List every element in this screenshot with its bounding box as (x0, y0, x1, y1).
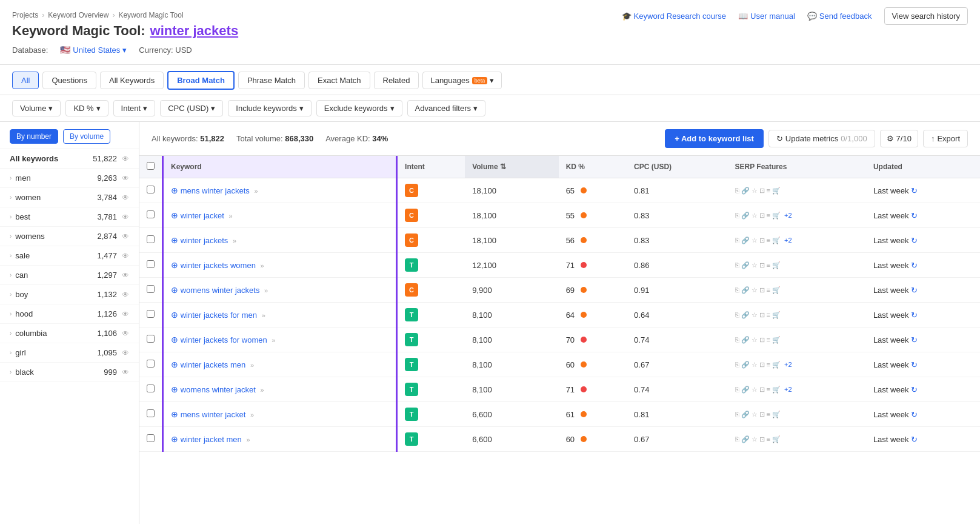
serp-icon-1[interactable]: ⎘ (735, 311, 739, 318)
settings-button[interactable]: ⚙ 7/10 (880, 130, 918, 147)
view-history-button[interactable]: View search history (884, 7, 968, 25)
tab-broad-match[interactable]: Broad Match (167, 71, 235, 90)
arrow-icon[interactable]: » (254, 187, 258, 195)
serp-icon-4[interactable]: ⊡ (759, 435, 765, 443)
eye-icon[interactable]: 👁 (122, 329, 129, 338)
update-metrics-button[interactable]: ↻ Update metrics 0/1,000 (768, 130, 875, 147)
serp-icon-6[interactable]: 🛒 (772, 212, 781, 220)
sidebar-item-black[interactable]: › black 999 👁 (0, 363, 139, 382)
row-checkbox[interactable] (147, 285, 155, 293)
intent-filter[interactable]: Intent ▾ (113, 100, 156, 116)
serp-icon-5[interactable]: ≡ (767, 212, 770, 219)
breadcrumb-projects[interactable]: Projects (12, 11, 38, 19)
refresh-icon[interactable]: ↻ (911, 186, 918, 195)
serp-icon-2[interactable]: 🔗 (741, 361, 750, 369)
refresh-icon[interactable]: ↻ (911, 311, 918, 320)
sidebar-item-women[interactable]: › women 3,784 👁 (0, 188, 139, 207)
intent-col-header[interactable]: Intent (397, 156, 465, 178)
arrow-icon[interactable]: » (272, 337, 275, 344)
user-manual-link[interactable]: 📖 User manual (738, 12, 795, 21)
serp-icon-4[interactable]: ⊡ (759, 311, 765, 319)
serp-icon-5[interactable]: ≡ (767, 237, 770, 244)
serp-icon-4[interactable]: ⊡ (759, 261, 765, 269)
kd-filter[interactable]: KD % ▾ (65, 100, 108, 116)
serp-icon-2[interactable]: 🔗 (741, 212, 750, 220)
add-keyword-icon[interactable]: ⊕ (171, 385, 178, 394)
eye-icon[interactable]: 👁 (122, 271, 129, 280)
serp-icon-3[interactable]: ☆ (752, 361, 758, 369)
serp-icon-1[interactable]: ⎘ (735, 237, 739, 244)
add-keyword-icon[interactable]: ⊕ (171, 260, 178, 270)
serp-icon-5[interactable]: ≡ (767, 311, 770, 318)
arrow-icon[interactable]: » (246, 436, 250, 443)
serp-icon-6[interactable]: 🛒 (772, 261, 781, 269)
serp-icon-4[interactable]: ⊡ (759, 411, 765, 418)
eye-icon[interactable]: 👁 (122, 252, 129, 260)
database-selector[interactable]: 🇺🇸 United States ▾ (60, 45, 127, 55)
sort-by-volume-button[interactable]: By volume (63, 129, 110, 144)
select-all-checkbox[interactable] (147, 162, 155, 170)
eye-icon[interactable]: 👁 (122, 368, 129, 377)
row-checkbox[interactable] (147, 434, 155, 442)
keyword-link[interactable]: mens winter jacket (181, 410, 246, 419)
add-keyword-icon[interactable]: ⊕ (171, 360, 178, 369)
serp-icon-1[interactable]: ⎘ (735, 212, 739, 219)
eye-icon[interactable]: 👁 (122, 174, 129, 183)
arrow-icon[interactable]: » (250, 411, 254, 418)
keyword-link[interactable]: womens winter jacket (181, 385, 256, 394)
refresh-icon[interactable]: ↻ (911, 236, 918, 245)
serp-icon-4[interactable]: ⊡ (759, 386, 765, 394)
serp-icon-6[interactable]: 🛒 (772, 411, 781, 418)
breadcrumb-keyword-overview[interactable]: Keyword Overview (48, 11, 108, 19)
serp-icon-2[interactable]: 🔗 (741, 237, 750, 244)
serp-icon-1[interactable]: ⎘ (735, 411, 739, 418)
tab-phrase-match[interactable]: Phrase Match (238, 72, 305, 89)
tab-questions[interactable]: Questions (42, 72, 96, 89)
serp-icon-2[interactable]: 🔗 (741, 286, 750, 294)
serp-icon-3[interactable]: ☆ (752, 386, 758, 394)
keyword-link[interactable]: winter jackets for men (181, 311, 257, 320)
sidebar-item-sale[interactable]: › sale 1,477 👁 (0, 246, 139, 266)
include-keywords-filter[interactable]: Include keywords ▾ (228, 100, 311, 116)
refresh-icon[interactable]: ↻ (911, 335, 918, 344)
languages-dropdown[interactable]: Languages beta ▾ (422, 72, 502, 89)
keyword-link[interactable]: winter jackets women (181, 261, 256, 270)
serp-icon-4[interactable]: ⊡ (759, 187, 765, 195)
serp-icon-6[interactable]: 🛒 (772, 361, 781, 369)
serp-icon-4[interactable]: ⊡ (759, 212, 765, 220)
row-checkbox[interactable] (147, 210, 155, 218)
serp-icon-1[interactable]: ⎘ (735, 261, 739, 269)
arrow-icon[interactable]: » (261, 386, 264, 394)
serp-icon-4[interactable]: ⊡ (759, 361, 765, 369)
volume-col-header[interactable]: Volume ⇅ (465, 156, 558, 178)
eye-icon[interactable]: 👁 (122, 232, 129, 241)
keyword-link[interactable]: womens winter jackets (181, 286, 260, 295)
send-feedback-link[interactable]: 💬 Send feedback (807, 12, 872, 21)
serp-icon-3[interactable]: ☆ (752, 261, 758, 269)
volume-filter[interactable]: Volume ▾ (12, 100, 61, 116)
add-keyword-icon[interactable]: ⊕ (171, 409, 178, 419)
row-checkbox[interactable] (147, 310, 155, 318)
row-checkbox[interactable] (147, 235, 155, 243)
serp-icon-6[interactable]: 🛒 (772, 336, 781, 344)
serp-icon-4[interactable]: ⊡ (759, 286, 765, 294)
serp-icon-4[interactable]: ⊡ (759, 336, 765, 344)
serp-icon-5[interactable]: ≡ (767, 361, 770, 368)
sidebar-item-boy[interactable]: › boy 1,132 👁 (0, 285, 139, 304)
serp-icon-6[interactable]: 🛒 (772, 237, 781, 244)
sidebar-item-hood[interactable]: › hood 1,126 👁 (0, 304, 139, 324)
tab-related[interactable]: Related (374, 72, 419, 89)
eye-icon[interactable]: 👁 (122, 349, 129, 357)
cpc-col-header[interactable]: CPC (USD) (627, 156, 727, 178)
arrow-icon[interactable]: » (261, 262, 264, 269)
advanced-filters[interactable]: Advanced filters ▾ (407, 100, 486, 116)
refresh-icon[interactable]: ↻ (911, 360, 918, 369)
sidebar-all-keywords[interactable]: All keywords 51,822 👁 (0, 149, 139, 169)
serp-icon-6[interactable]: 🛒 (772, 435, 781, 443)
tab-exact-match[interactable]: Exact Match (308, 72, 370, 89)
refresh-icon[interactable]: ↻ (911, 261, 918, 270)
eye-icon[interactable]: 👁 (122, 310, 129, 318)
arrow-icon[interactable]: » (233, 237, 236, 244)
serp-icon-6[interactable]: 🛒 (772, 286, 781, 294)
serp-icon-5[interactable]: ≡ (767, 286, 770, 294)
